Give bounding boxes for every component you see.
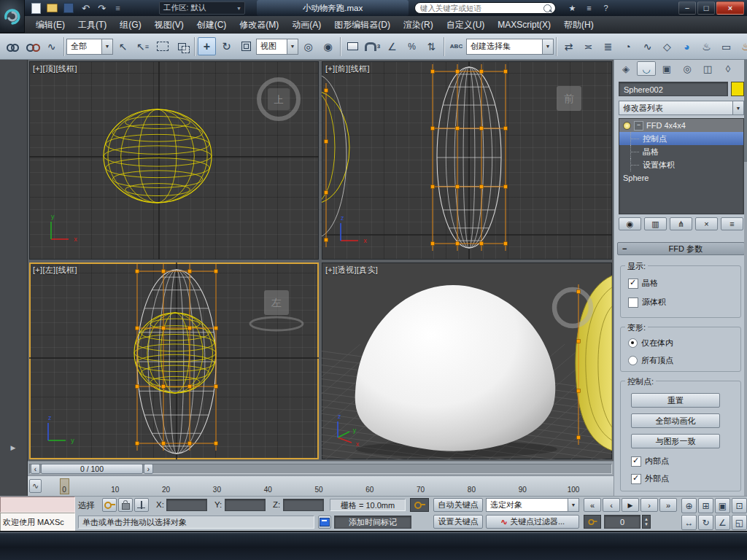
- set-keys-button[interactable]: [410, 498, 429, 512]
- spinner-down-icon[interactable]: ▼: [644, 522, 649, 527]
- reference-coordinate-dropdown[interactable]: 视图 ▼: [256, 39, 298, 55]
- use-pivot-point-button[interactable]: ◎: [299, 37, 317, 55]
- play-animation-button[interactable]: ▶: [622, 498, 639, 512]
- rectangular-selection-region-button[interactable]: [153, 37, 171, 55]
- open-file-icon[interactable]: [45, 1, 59, 15]
- modifier-stack-item[interactable]: 晶格: [619, 145, 743, 158]
- zoom-all-button[interactable]: ⊞: [698, 498, 713, 513]
- menu-编辑(E)[interactable]: 编辑(E): [29, 16, 71, 34]
- modifier-stack-item[interactable]: 设置体积: [619, 158, 743, 171]
- select-and-manipulate-button[interactable]: ◉: [319, 37, 337, 55]
- key-mode-toggle[interactable]: [584, 515, 601, 529]
- rollout-collapse-icon[interactable]: −: [618, 244, 627, 253]
- keyboard-shortcut-override-button[interactable]: [344, 37, 362, 55]
- current-frame-field[interactable]: 0: [604, 515, 640, 529]
- graphite-ribbon-toggle[interactable]: ◔: [619, 37, 637, 55]
- collapse-icon[interactable]: −: [634, 121, 643, 131]
- inside-points-checkbox[interactable]: [631, 456, 641, 467]
- all-vertices-radio-row[interactable]: 所有顶点: [628, 355, 673, 366]
- manage-layers-button[interactable]: ≣: [599, 37, 617, 55]
- tab-create[interactable]: ◈: [616, 61, 635, 76]
- bind-to-space-warp-button[interactable]: ∿: [42, 37, 61, 55]
- lattice-checkbox-row[interactable]: 晶格: [628, 278, 658, 289]
- new-scene-icon[interactable]: [29, 1, 43, 15]
- isolate-selection-icon[interactable]: [102, 498, 117, 512]
- next-frame-button[interactable]: ›: [640, 498, 658, 512]
- menu-工具(T)[interactable]: 工具(T): [71, 16, 113, 34]
- remove-modifier-button[interactable]: ×: [695, 217, 718, 230]
- go-to-start-button[interactable]: «: [584, 498, 601, 512]
- maxscript-listener-field[interactable]: 欢迎使用 MAXSc: [0, 513, 75, 532]
- app-menu-icon[interactable]: ≡: [582, 1, 596, 15]
- menu-渲染(R)[interactable]: 渲染(R): [397, 16, 440, 34]
- undo-icon[interactable]: ↶: [79, 1, 93, 15]
- workspace-dropdown[interactable]: 工作区: 默认 ▼: [159, 1, 245, 15]
- project-folder-icon[interactable]: ≡: [111, 1, 125, 15]
- spinner-up-icon[interactable]: ▲: [644, 517, 649, 522]
- make-unique-button[interactable]: ⋔: [670, 217, 692, 230]
- transform-type-in-toggle[interactable]: [134, 498, 149, 512]
- egg-object[interactable]: [355, 285, 556, 451]
- viewport-perspective[interactable]: [+][透视][真实]: [322, 262, 612, 459]
- scrollbar-thumb[interactable]: [744, 60, 747, 162]
- viewport-top-label[interactable]: [+][顶][线框]: [33, 63, 77, 74]
- previous-frame-button[interactable]: ‹: [603, 498, 620, 512]
- curve-editor-button[interactable]: ∿: [638, 37, 657, 55]
- material-editor-button[interactable]: ◕: [678, 37, 696, 55]
- menu-MAXScript(X)[interactable]: MAXScript(X): [491, 16, 557, 34]
- in-volume-radio-row[interactable]: 仅在体内: [628, 338, 673, 349]
- field-of-view-button[interactable]: ∠: [715, 515, 730, 530]
- viewport-perspective-label[interactable]: [+][透视][真实]: [325, 265, 378, 276]
- key-filters-button[interactable]: ∿ 关键点过滤器...: [486, 515, 579, 529]
- tab-motion[interactable]: ◎: [678, 61, 697, 76]
- previous-frame-arrow[interactable]: ‹: [31, 464, 40, 474]
- show-end-result-button[interactable]: ▥: [644, 217, 667, 230]
- auto-key-button[interactable]: 自动关键点: [433, 498, 483, 512]
- expand-toolbar-arrow[interactable]: ▶: [6, 440, 20, 455]
- yellow-object-partial[interactable]: [576, 276, 612, 451]
- outside-points-checkbox[interactable]: [631, 474, 641, 484]
- menu-图形编辑器(D)[interactable]: 图形编辑器(D): [328, 16, 397, 34]
- time-tag-field[interactable]: 添加时间标记: [334, 516, 411, 529]
- search-input[interactable]: [419, 3, 543, 13]
- selection-filter-dropdown[interactable]: 全部 ▼: [66, 39, 113, 55]
- source-volume-checkbox[interactable]: [628, 298, 638, 308]
- select-and-scale-button[interactable]: [237, 37, 255, 55]
- community-icon[interactable]: ★: [565, 1, 579, 15]
- selection-lock-toggle[interactable]: [118, 498, 133, 512]
- snap-toggle-button[interactable]: 3: [363, 37, 382, 55]
- app-logo-icon[interactable]: [0, 0, 25, 33]
- select-and-move-button[interactable]: +: [198, 37, 216, 55]
- modifier-list-dropdown[interactable]: 修改器列表 ▼: [619, 101, 744, 115]
- all-vertices-radio[interactable]: [628, 356, 638, 365]
- viewcube[interactable]: 上: [259, 79, 298, 119]
- zoom-extents-all-button[interactable]: ⊡: [732, 498, 747, 513]
- menu-视图(V)[interactable]: 视图(V): [148, 16, 190, 34]
- pin-stack-button[interactable]: ◉: [619, 217, 641, 230]
- animate-all-button[interactable]: 全部动画化: [631, 413, 720, 428]
- rendered-frame-window-button[interactable]: ▭: [717, 37, 735, 55]
- lattice-checkbox[interactable]: [628, 279, 638, 289]
- go-to-end-button[interactable]: »: [659, 498, 677, 512]
- select-and-link-button[interactable]: [3, 37, 21, 55]
- x-coordinate-field[interactable]: [166, 499, 207, 511]
- maximize-button[interactable]: □: [697, 1, 715, 15]
- zoom-button[interactable]: ⊕: [681, 498, 697, 513]
- zoom-extents-button[interactable]: ▣: [715, 498, 730, 513]
- help-icon[interactable]: ?: [599, 1, 613, 15]
- set-key-button[interactable]: 设置关键点: [433, 515, 483, 529]
- viewcube[interactable]: 前: [557, 86, 581, 111]
- conform-to-shape-button[interactable]: 与图形一致: [631, 434, 720, 448]
- reset-button[interactable]: 重置: [631, 393, 720, 408]
- menu-创建(C)[interactable]: 创建(C): [190, 16, 233, 34]
- named-selection-sets-dropdown[interactable]: 创建选择集 ▼: [466, 39, 554, 55]
- time-slider-handle[interactable]: 0 / 100: [41, 464, 143, 474]
- in-volume-radio[interactable]: [628, 338, 638, 348]
- tab-display[interactable]: ◫: [698, 61, 717, 76]
- select-object-button[interactable]: ↖: [114, 37, 132, 55]
- pan-button[interactable]: ↔: [681, 515, 697, 530]
- select-by-name-button[interactable]: ↖≡: [133, 37, 152, 55]
- modifier-stack-item[interactable]: −FFD 4x4x4: [619, 119, 743, 132]
- outside-points-checkbox-row[interactable]: 外部点: [631, 473, 669, 484]
- object-name-field[interactable]: Sphere002: [619, 82, 728, 96]
